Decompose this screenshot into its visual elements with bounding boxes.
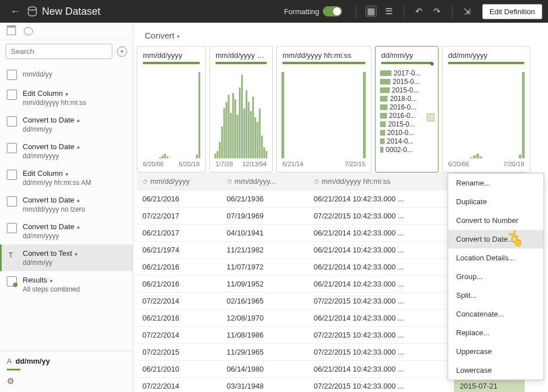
context-menu-item[interactable]: Split... <box>448 286 543 305</box>
context-menu-item[interactable]: Replace... <box>448 323 543 342</box>
step-subtitle: dd/mm/yy hh:mi:ss AM <box>23 179 91 187</box>
step-icon: T <box>7 250 17 260</box>
svg-rect-24 <box>196 155 197 158</box>
list-item: 2016-0... <box>380 112 433 120</box>
svg-rect-9 <box>159 157 161 158</box>
view-grid-icon[interactable]: ▦ <box>365 6 377 17</box>
steps-list: mm/dd/yyEdit Column●mm/dd/yyyy hh:mi:ssC… <box>0 62 133 351</box>
step-subtitle: dd/mm/yyyy <box>23 152 80 160</box>
view-mode-pill-icon[interactable] <box>24 27 33 35</box>
breadcrumb: Convert● <box>133 23 548 46</box>
redo-icon[interactable]: ↷ <box>432 6 443 17</box>
table-cell: 06/21/1974 <box>137 242 221 259</box>
table-column-header[interactable]: ⏱mm/dd/yyyy hh:mi:ss <box>308 172 454 191</box>
svg-rect-26 <box>214 154 216 158</box>
svg-rect-97 <box>522 72 525 158</box>
list-item: 2018-0... <box>380 95 433 103</box>
table-cell: 11/09/1952 <box>221 276 308 293</box>
svg-rect-35 <box>234 99 236 158</box>
column-card[interactable]: mm/dd/yyyy hh:mi:ss6/21/147/22/15 <box>276 46 372 172</box>
step-title: Edit Column● <box>23 169 91 178</box>
svg-rect-50 <box>281 72 284 158</box>
table-cell: 07/22/2015 10:42:33.000 ... <box>308 293 454 310</box>
view-mode-db-icon[interactable] <box>7 27 16 35</box>
undo-icon[interactable]: ↶ <box>414 6 425 17</box>
step-subtitle: mm/dd/yyyy hh:mi:ss <box>23 99 86 107</box>
step-icon <box>7 196 17 206</box>
edit-definition-button[interactable]: Edit Definition <box>482 4 542 19</box>
search-input[interactable] <box>6 44 112 59</box>
step-item[interactable]: Convert to Date●dd/mm/yy <box>0 111 133 138</box>
step-item[interactable]: Convert to Date●dd/mm/yyyy <box>0 138 133 165</box>
context-menu-item[interactable]: Duplicate <box>448 192 543 211</box>
add-step-button[interactable]: + <box>117 47 127 57</box>
column-card[interactable]: dd/mm/yyyy6/20/667/20/18 <box>442 46 530 172</box>
column-axis: 1/7/2812/13/94 <box>210 158 272 172</box>
svg-rect-39 <box>243 108 245 158</box>
column-name: mm/dd/yyyy <box>137 47 205 62</box>
formatting-label: Formatting <box>284 7 319 16</box>
step-icon <box>7 90 17 100</box>
svg-rect-40 <box>246 90 247 158</box>
table-cell: 07/22/2015 <box>137 344 221 361</box>
list-item: 0002-0... <box>380 146 433 154</box>
context-menu-item[interactable]: Group... <box>448 267 543 286</box>
context-menu-item[interactable]: Concatenate... <box>448 305 543 323</box>
svg-rect-30 <box>224 108 225 158</box>
table-column-header[interactable]: ⏱mm/dd/yyyy <box>137 172 221 191</box>
table-cell: 06/21/2010 <box>137 361 221 378</box>
svg-rect-10 <box>162 155 163 158</box>
formatting-toggle[interactable] <box>323 6 342 16</box>
list-item: 2014-0... <box>380 137 433 145</box>
table-cell: 04/10/1941 <box>221 225 308 242</box>
column-card[interactable]: dd/mm/yy2017-0...2015-0...2015-0...2018-… <box>375 46 439 172</box>
svg-rect-11 <box>164 154 166 158</box>
context-menu-item[interactable]: Location Details... <box>448 248 543 267</box>
svg-rect-46 <box>259 108 260 158</box>
context-menu-item[interactable]: Uppercase <box>448 342 543 361</box>
table-column-header[interactable]: ⏱mm/dd/yyy... <box>221 172 308 191</box>
column-card[interactable]: mm/dd/yyyy6/20/666/20/18 <box>137 46 206 172</box>
settings-gear-icon[interactable]: ⚙ <box>7 376 126 386</box>
column-axis: 6/21/147/22/15 <box>277 158 371 172</box>
table-cell: 06/21/2014 10:42:33.000 ... <box>308 225 454 242</box>
step-icon <box>7 143 17 153</box>
back-button[interactable]: ← <box>6 6 25 18</box>
table-cell: 07/22/2015 10:42:33.000 ... <box>308 378 454 393</box>
step-subtitle: mm/dd/yyyy no lzero <box>23 205 85 213</box>
export-icon[interactable]: ⇲ <box>462 6 473 17</box>
table-cell: 06/21/2014 10:42:33.000 ... <box>308 361 454 378</box>
step-item[interactable]: Convert to Date●dd/mm/yyyy <box>0 218 133 245</box>
list-item: 2015-0... <box>380 86 433 94</box>
step-item[interactable]: Edit Column●dd/mm/yy hh:mi:ss AM <box>0 165 133 191</box>
column-quality-bar <box>216 62 267 64</box>
svg-rect-41 <box>248 102 250 158</box>
step-item[interactable]: mm/dd/yy <box>0 65 133 85</box>
svg-rect-45 <box>256 122 258 158</box>
step-title: Convert to Date● <box>23 196 85 204</box>
list-item: 2015-0... <box>380 120 433 128</box>
column-card[interactable]: mm/dd/yyyy n...1/7/2812/13/94 <box>209 46 273 172</box>
context-menu-item[interactable]: Convert to Date... <box>448 230 543 248</box>
svg-rect-36 <box>237 115 238 158</box>
context-menu-item[interactable]: Convert to Number <box>448 211 543 230</box>
svg-rect-31 <box>226 102 227 158</box>
svg-rect-48 <box>263 147 265 158</box>
view-list-icon[interactable]: ☰ <box>383 6 395 17</box>
column-name: mm/dd/yyyy hh:mi:ss <box>277 47 371 62</box>
context-menu-item[interactable]: Lowercase <box>448 361 543 380</box>
step-item[interactable]: TConvert to Text●dd/mm/yy <box>0 245 133 271</box>
step-item[interactable]: Results●All steps combined <box>0 271 133 298</box>
step-item[interactable]: Edit Column●mm/dd/yyyy hh:mi:ss <box>0 85 133 111</box>
svg-rect-43 <box>252 96 254 158</box>
svg-rect-81 <box>470 157 473 158</box>
table-cell: 07/22/2014 <box>137 293 221 310</box>
table-cell: 11/21/1982 <box>221 242 308 259</box>
step-subtitle: dd/mm/yyyy <box>23 232 80 240</box>
svg-rect-38 <box>241 75 243 158</box>
column-histogram <box>210 68 272 158</box>
context-menu-item[interactable]: Rename... <box>448 174 543 192</box>
svg-rect-96 <box>519 155 522 158</box>
svg-text:T: T <box>9 251 13 259</box>
step-item[interactable]: Convert to Date●mm/dd/yyyy no lzero <box>0 191 133 218</box>
